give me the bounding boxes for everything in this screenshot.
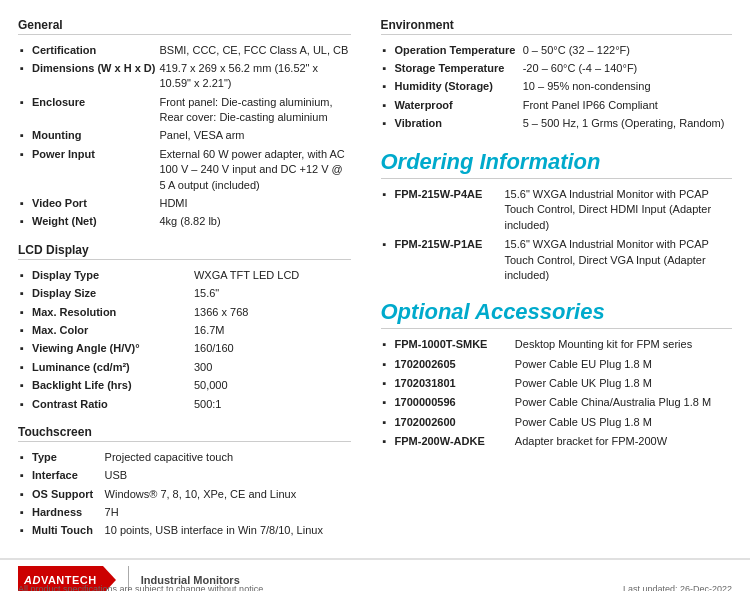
bullet: ▪	[18, 195, 30, 213]
table-row: ▪ Hardness 7H	[18, 504, 351, 522]
bullet: ▪	[381, 393, 393, 412]
spec-label: Humidity (Storage)	[393, 78, 521, 96]
spec-label: Operation Temperature	[393, 41, 521, 59]
spec-value: 7H	[103, 504, 351, 522]
table-row: ▪ Multi Touch 10 points, USB interface i…	[18, 522, 351, 540]
part-number: 1702002600	[393, 413, 513, 432]
spec-value: 5 – 500 Hz, 1 Grms (Operating, Random)	[521, 115, 732, 133]
part-number: FPM-215W-P1AE	[393, 235, 503, 285]
bullet: ▪	[18, 285, 30, 303]
table-row: ▪ Display Type WXGA TFT LED LCD	[18, 266, 351, 284]
ordering-table: ▪ FPM-215W-P4AE 15.6" WXGA Industrial Mo…	[381, 185, 733, 285]
bullet: ▪	[18, 340, 30, 358]
spec-label: Power Input	[30, 145, 157, 194]
table-row: ▪ OS Support Windows® 7, 8, 10, XPe, CE …	[18, 485, 351, 503]
spec-label: Luminance (cd/m²)	[30, 358, 192, 376]
footer: ADVANTECH Industrial Monitors All produc…	[0, 558, 750, 591]
part-desc: Power Cable China/Australia Plug 1.8 M	[513, 393, 732, 412]
environment-table: ▪ Operation Temperature 0 – 50°C (32 – 1…	[381, 41, 733, 133]
spec-label: Enclosure	[30, 93, 157, 127]
left-column: General ▪ Certification BSMI, CCC, CE, F…	[18, 18, 371, 540]
lcd-table: ▪ Display Type WXGA TFT LED LCD ▪ Displa…	[18, 266, 351, 413]
bullet: ▪	[18, 321, 30, 339]
table-row: ▪ 1700000596 Power Cable China/Australia…	[381, 393, 733, 412]
table-row: ▪ Dimensions (W x H x D) 419.7 x 269 x 5…	[18, 59, 351, 93]
spec-value: HDMI	[157, 195, 350, 213]
table-row: ▪ Contrast Ratio 500:1	[18, 395, 351, 413]
part-desc: 15.6" WXGA Industrial Monitor with PCAP …	[503, 185, 733, 235]
table-row: ▪ Operation Temperature 0 – 50°C (32 – 1…	[381, 41, 733, 59]
spec-label: Max. Color	[30, 321, 192, 339]
bullet: ▪	[18, 522, 30, 540]
bullet: ▪	[18, 358, 30, 376]
spec-label: Type	[30, 448, 103, 466]
spec-label: Waterproof	[393, 96, 521, 114]
environment-section-title: Environment	[381, 18, 733, 35]
spec-value: 16.7M	[192, 321, 351, 339]
table-row: ▪ FPM-1000T-SMKE Desktop Mounting kit fo…	[381, 335, 733, 354]
touchscreen-section-title: Touchscreen	[18, 425, 351, 442]
spec-value: 419.7 x 269 x 56.2 mm (16.52" x 10.59" x…	[157, 59, 350, 93]
bullet: ▪	[18, 448, 30, 466]
part-desc: Power Cable US Plug 1.8 M	[513, 413, 732, 432]
bullet: ▪	[18, 303, 30, 321]
spec-value: 500:1	[192, 395, 351, 413]
table-row: ▪ FPM-200W-ADKE Adapter bracket for FPM-…	[381, 432, 733, 451]
table-row: ▪ 1702031801 Power Cable UK Plug 1.8 M	[381, 374, 733, 393]
spec-label: Max. Resolution	[30, 303, 192, 321]
spec-value: 300	[192, 358, 351, 376]
bullet: ▪	[18, 145, 30, 194]
spec-value: Front panel: Die-casting aluminium, Rear…	[157, 93, 350, 127]
part-number: 1702031801	[393, 374, 513, 393]
table-row: ▪ Certification BSMI, CCC, CE, FCC Class…	[18, 41, 351, 59]
spec-value: 4kg (8.82 lb)	[157, 213, 350, 231]
spec-value: 1366 x 768	[192, 303, 351, 321]
part-number: FPM-215W-P4AE	[393, 185, 503, 235]
table-row: ▪ 1702002605 Power Cable EU Plug 1.8 M	[381, 355, 733, 374]
spec-value: Panel, VESA arm	[157, 127, 350, 145]
general-table: ▪ Certification BSMI, CCC, CE, FCC Class…	[18, 41, 351, 231]
table-row: ▪ Weight (Net) 4kg (8.82 lb)	[18, 213, 351, 231]
table-row: ▪ FPM-215W-P4AE 15.6" WXGA Industrial Mo…	[381, 185, 733, 235]
spec-value: 10 – 95% non-condensing	[521, 78, 732, 96]
bullet: ▪	[18, 467, 30, 485]
bullet: ▪	[381, 59, 393, 77]
spec-label: Interface	[30, 467, 103, 485]
spec-value: BSMI, CCC, CE, FCC Class A, UL, CB	[157, 41, 350, 59]
table-row: ▪ Waterproof Front Panel IP66 Compliant	[381, 96, 733, 114]
lcd-section-title: LCD Display	[18, 243, 351, 260]
bullet: ▪	[18, 504, 30, 522]
spec-label: Vibration	[393, 115, 521, 133]
bullet: ▪	[381, 374, 393, 393]
table-row: ▪ Vibration 5 – 500 Hz, 1 Grms (Operatin…	[381, 115, 733, 133]
table-row: ▪ Power Input External 60 W power adapte…	[18, 145, 351, 194]
bullet: ▪	[18, 377, 30, 395]
table-row: ▪ Video Port HDMI	[18, 195, 351, 213]
spec-value: 50,000	[192, 377, 351, 395]
spec-value: 10 points, USB interface in Win 7/8/10, …	[103, 522, 351, 540]
spec-value: Front Panel IP66 Compliant	[521, 96, 732, 114]
table-row: ▪ Type Projected capacitive touch	[18, 448, 351, 466]
bullet: ▪	[18, 395, 30, 413]
bullet: ▪	[381, 115, 393, 133]
spec-label: Mounting	[30, 127, 157, 145]
table-row: ▪ Storage Temperature -20 – 60°C (-4 – 1…	[381, 59, 733, 77]
spec-label: Display Size	[30, 285, 192, 303]
table-row: ▪ Interface USB	[18, 467, 351, 485]
table-row: ▪ Max. Color 16.7M	[18, 321, 351, 339]
table-row: ▪ Luminance (cd/m²) 300	[18, 358, 351, 376]
part-desc: Power Cable EU Plug 1.8 M	[513, 355, 732, 374]
part-number: FPM-1000T-SMKE	[393, 335, 513, 354]
spec-value: 160/160	[192, 340, 351, 358]
table-row: ▪ Viewing Angle (H/V)° 160/160	[18, 340, 351, 358]
bullet: ▪	[18, 59, 30, 93]
spec-label: Storage Temperature	[393, 59, 521, 77]
spec-label: Weight (Net)	[30, 213, 157, 231]
table-row: ▪ Mounting Panel, VESA arm	[18, 127, 351, 145]
ordering-title: Ordering Information	[381, 149, 733, 179]
spec-label: Backlight Life (hrs)	[30, 377, 192, 395]
spec-value: 0 – 50°C (32 – 122°F)	[521, 41, 732, 59]
spec-label: Certification	[30, 41, 157, 59]
table-row: ▪ Backlight Life (hrs) 50,000	[18, 377, 351, 395]
spec-label: Video Port	[30, 195, 157, 213]
